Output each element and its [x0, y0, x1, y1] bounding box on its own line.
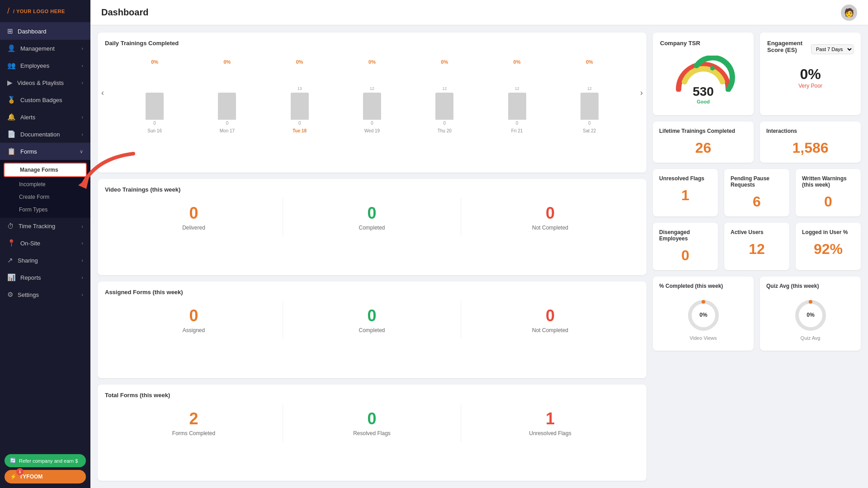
disengaged-title: Disengaged Employees: [659, 229, 712, 242]
total-completed-value: 2: [110, 409, 277, 428]
bar-group-4: 0%120Thu 20: [408, 59, 481, 133]
es-header: Engagement Score (ES) Past 7 Days: [767, 40, 854, 59]
bar-fill-1: [218, 93, 236, 120]
sidebar-item-label: Dashboard: [18, 28, 47, 35]
active-users-title: Active Users: [731, 229, 783, 235]
sidebar-item-settings[interactable]: ⚙ Settings ›: [0, 286, 90, 303]
chart-nav-right[interactable]: ›: [640, 88, 643, 98]
forms-completed-metric: 0 Completed: [283, 301, 461, 339]
flags-title: Unresolved Flags: [659, 175, 712, 182]
create-form-item[interactable]: Create Form: [0, 191, 90, 203]
es-dropdown[interactable]: Past 7 Days: [811, 44, 854, 54]
video-not-completed-label: Not Completed: [467, 225, 634, 231]
dashboard-icon: ⊞: [7, 27, 13, 35]
chevron-right-icon: ›: [81, 131, 83, 137]
quiz-avg-card: Quiz Avg (this week) 0% Quiz Avg: [760, 277, 861, 351]
total-completed-metric: 2 Forms Completed: [105, 404, 283, 442]
pause-title: Pending Pause Requests: [731, 175, 783, 188]
documentation-icon: 📄: [7, 130, 16, 138]
video-trainings-card: Video Trainings (this week) 0 Delivered …: [98, 179, 646, 276]
sidebar-item-label: Documentation: [20, 131, 60, 138]
sidebar-item-on-site[interactable]: 📍 On-Site ›: [0, 235, 90, 252]
bar-fill-4: 12: [435, 93, 453, 120]
pause-value: 6: [731, 193, 783, 210]
warnings-title: Written Warnings (this week): [802, 175, 854, 188]
total-forms-card: Total Forms (this week) 2 Forms Complete…: [98, 385, 646, 481]
logo-icon: /: [7, 6, 9, 16]
bar-day-3: Wed 19: [364, 128, 380, 133]
logged-in-card: Logged in User % 92%: [796, 223, 861, 270]
tsr-label: Good: [660, 99, 746, 104]
disengaged-card: Disengaged Employees 0: [653, 223, 718, 270]
assigned-value: 0: [110, 306, 277, 325]
bar-container-6: 12: [580, 66, 599, 120]
sidebar-item-reports[interactable]: 📊 Reports ›: [0, 269, 90, 286]
tyfoom-button[interactable]: 1 ⚡ TYFOOM: [5, 470, 86, 483]
interactions-title: Interactions: [766, 128, 854, 134]
main-content: Dashboard 🧑 Daily Trainings Completed ‹ …: [90, 0, 868, 488]
sidebar-item-label: Forms: [20, 148, 37, 155]
chevron-right-icon: ›: [81, 292, 83, 297]
bar-pct-6: 0%: [586, 59, 593, 65]
sidebar-item-sharing[interactable]: ↗ Sharing ›: [0, 252, 90, 269]
video-completed-value: 0: [288, 204, 455, 223]
sidebar-item-label: Time Tracking: [19, 223, 55, 230]
sidebar-item-badges[interactable]: 🏅 Custom Badges: [0, 91, 90, 108]
interactions-value: 1,586: [766, 140, 854, 156]
bar-fill-5: 12: [508, 93, 526, 120]
bar-pct-5: 0%: [514, 59, 521, 65]
sidebar-item-dashboard[interactable]: ⊞ Dashboard: [0, 23, 90, 40]
promo-icon: 🔄: [10, 458, 16, 464]
chevron-right-icon: ›: [81, 258, 83, 263]
bar-pct-2: 0%: [296, 59, 303, 65]
incomplete-item[interactable]: Incomplete: [0, 178, 90, 191]
badges-icon: 🏅: [7, 96, 16, 104]
quiz-gauge-svg: 0%: [793, 297, 829, 333]
dashboard-grid: Daily Trainings Completed ‹ 0%0Sun 160%0…: [90, 25, 868, 488]
pct-quiz-row: % Completed (this week) 0% Video Views Q…: [653, 277, 861, 351]
logo-area[interactable]: / / YOUR LOGO HERE: [0, 0, 90, 23]
disengaged-value: 0: [659, 247, 712, 264]
es-sublabel: Very Poor: [767, 83, 854, 89]
video-trainings-title: Video Trainings (this week): [105, 186, 639, 193]
notification-badge: 1: [16, 468, 24, 475]
pct-title: % Completed (this week): [659, 283, 747, 289]
bar-fill-2: 13: [291, 93, 309, 120]
total-completed-label: Forms Completed: [110, 430, 277, 436]
logo-text: / YOUR LOGO HERE: [13, 9, 65, 14]
management-icon: 👤: [7, 44, 16, 52]
tyfoom-icon: ⚡: [10, 474, 17, 480]
sidebar-item-management[interactable]: 👤 Management ›: [0, 40, 90, 57]
sidebar-item-time-tracking[interactable]: ⏱ Time Tracking ›: [0, 218, 90, 235]
sharing-icon: ↗: [7, 256, 13, 264]
chevron-right-icon: ›: [81, 63, 83, 68]
onsite-icon: 📍: [7, 239, 16, 247]
sidebar-item-forms[interactable]: 📋 Forms ∨: [0, 143, 90, 160]
forms-icon: 📋: [7, 147, 16, 155]
total-metrics: 2 Forms Completed 0 Resolved Flags 1 Unr…: [105, 404, 639, 442]
flags-row: Unresolved Flags 1 Pending Pause Request…: [653, 169, 861, 216]
sidebar-item-alerts[interactable]: 🔔 Alerts ›: [0, 108, 90, 126]
settings-icon: ⚙: [7, 291, 13, 299]
form-types-item[interactable]: Form Types: [0, 203, 90, 216]
quiz-sub-label: Quiz Avg: [801, 335, 821, 341]
sidebar-item-videos[interactable]: ▶ Videos & Playlists ›: [0, 74, 90, 91]
videos-icon: ▶: [7, 79, 13, 87]
sidebar-item-documentation[interactable]: 📄 Documentation ›: [0, 126, 90, 143]
manage-forms-item[interactable]: Manage Forms: [4, 163, 87, 177]
lifetime-interactions-row: Lifetime Trainings Completed 26 Interact…: [653, 122, 861, 163]
unresolved-flags-value: 1: [467, 409, 634, 428]
company-tsr-card: Company TSR 530 Good: [653, 33, 754, 115]
sidebar-item-employees[interactable]: 👥 Employees ›: [0, 57, 90, 74]
svg-text:0%: 0%: [807, 312, 815, 318]
chevron-right-icon: ›: [81, 46, 83, 51]
user-avatar[interactable]: 🧑: [841, 5, 857, 21]
alerts-icon: 🔔: [7, 113, 16, 121]
resolved-flags-value: 0: [288, 409, 455, 428]
bar-fill-0: [146, 93, 164, 120]
assigned-metrics: 0 Assigned 0 Completed 0 Not Completed: [105, 301, 639, 339]
promo-button[interactable]: 🔄 Refer company and earn $: [5, 454, 86, 467]
reports-icon: 📊: [7, 273, 16, 282]
chart-nav-left[interactable]: ‹: [101, 88, 104, 98]
right-column: Company TSR 530 Good: [653, 33, 861, 481]
